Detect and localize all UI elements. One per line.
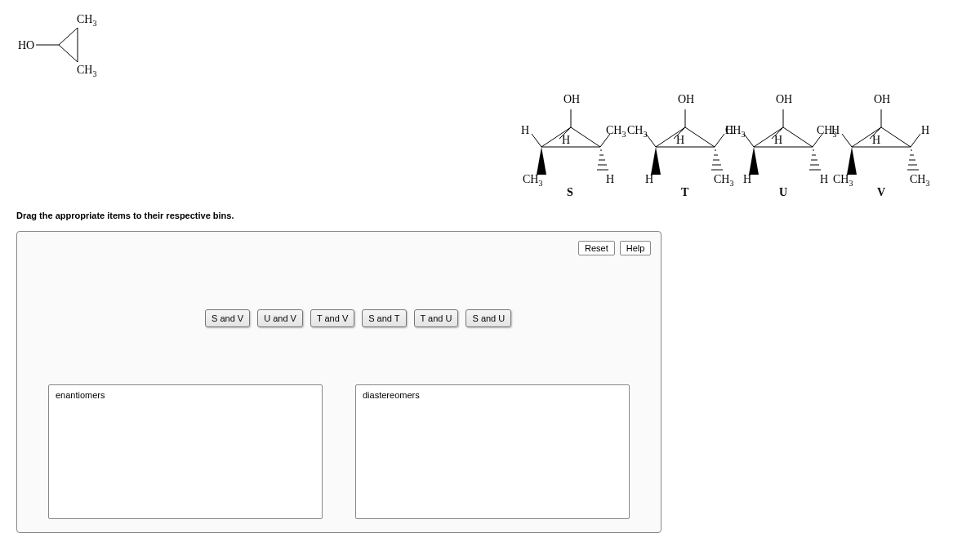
t-in: H [676, 134, 684, 147]
svg-line-28 [744, 134, 754, 147]
svg-marker-38 [852, 127, 911, 147]
u-top: OH [776, 93, 792, 106]
s-in: H [562, 134, 570, 147]
v-upr: H [921, 124, 929, 137]
bin-label-right: diastereomers [363, 390, 420, 400]
v-dr: CH3 [910, 173, 929, 188]
u-in: H [774, 134, 782, 147]
button-row: Reset Help [578, 241, 651, 255]
ref-label-ch3-bot: CH3 [77, 64, 96, 78]
instruction-text: Drag the appropriate items to their resp… [16, 211, 234, 220]
ref-label-ho: HO [18, 39, 34, 52]
svg-line-40 [911, 134, 920, 147]
svg-line-2 [59, 45, 78, 62]
bin-enantiomers[interactable]: enantiomers [48, 384, 323, 519]
u-dr: H [820, 173, 828, 186]
svg-line-18 [715, 134, 724, 147]
svg-marker-27 [754, 127, 813, 147]
bin-diastereomers[interactable]: diastereomers [355, 384, 630, 519]
t-dr: CH3 [714, 173, 733, 188]
svg-line-6 [532, 134, 541, 147]
s-top: OH [564, 93, 580, 106]
svg-line-39 [842, 134, 852, 147]
bin-label-left: enantiomers [56, 390, 105, 400]
svg-marker-8 [537, 147, 546, 175]
svg-line-17 [646, 134, 656, 147]
t-top: OH [678, 93, 694, 106]
svg-marker-5 [541, 127, 600, 147]
s-dl: CH3 [523, 173, 542, 188]
drag-item[interactable]: S and T [362, 309, 406, 327]
v-id: V [877, 186, 885, 199]
t-id: T [681, 186, 688, 199]
v-top: OH [874, 93, 890, 106]
v-in: H [872, 134, 880, 147]
drag-item[interactable]: S and V [205, 309, 250, 327]
ref-label-ch3-top: CH3 [77, 13, 96, 28]
svg-marker-30 [749, 147, 759, 175]
drag-items-row: S and V U and V T and V S and T T and U … [205, 309, 511, 327]
s-dr: H [606, 173, 614, 186]
structure-u-svg [739, 98, 827, 188]
v-dl: CH3 [833, 173, 853, 188]
t-upl: CH3 [627, 124, 647, 139]
svg-marker-16 [656, 127, 715, 147]
help-button[interactable]: Help [620, 241, 652, 255]
u-upl: CH3 [725, 124, 745, 139]
reset-button[interactable]: Reset [578, 241, 615, 255]
svg-marker-19 [651, 147, 661, 175]
t-dl: H [645, 173, 653, 186]
drag-item[interactable]: T and U [414, 309, 459, 327]
s-upl: H [521, 124, 529, 137]
svg-marker-41 [847, 147, 857, 175]
s-id: S [567, 186, 573, 199]
u-dl: H [743, 173, 751, 186]
drag-item[interactable]: T and V [310, 309, 354, 327]
drag-item[interactable]: S and U [466, 309, 511, 327]
u-id: U [779, 186, 787, 199]
v-upl: H [831, 124, 840, 137]
s-upr: CH3 [606, 124, 626, 139]
sort-area: S and V U and V T and V S and T T and U … [16, 231, 662, 533]
svg-line-1 [59, 28, 78, 45]
drag-item[interactable]: U and V [257, 309, 303, 327]
